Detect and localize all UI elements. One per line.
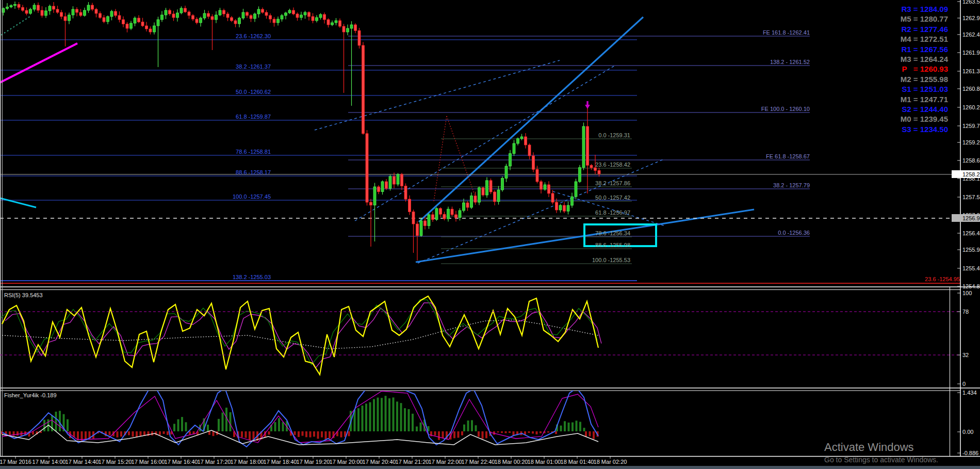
pivot-s2: S2 = 1244.40 (901, 104, 948, 114)
activate-windows-subtext: Go to Settings to activate Windows. (824, 456, 938, 464)
rsi-panel-area[interactable] (0, 290, 960, 388)
window-bottom-strip (0, 466, 980, 469)
pivot-m5: M5 = 1280.77 (901, 14, 948, 24)
chart-svg: 23.6 -1262.3038.2 -1261.3750.0 -1260.626… (0, 0, 980, 469)
trading-app-window: 23.6 -1262.3038.2 -1261.3750.0 -1260.626… (0, 0, 980, 469)
pivot-p: P = 1260.93 (901, 64, 948, 74)
time-axis-area[interactable] (0, 457, 960, 466)
pivot-m1: M1 = 1247.71 (901, 94, 948, 104)
pivot-m3: M3 = 1264.24 (901, 54, 948, 64)
pivot-r3: R3 = 1284.09 (901, 4, 948, 14)
pivot-m0: M0 = 1239.45 (901, 114, 948, 124)
pivot-r1: R1 = 1267.56 (901, 44, 948, 54)
pivot-m2: M2 = 1255.98 (901, 74, 948, 84)
rsi-indicator-label: RSI(5) 39.5453 (4, 292, 43, 298)
price-axis-area[interactable] (960, 0, 980, 456)
pivot-r2: R2 = 1277.46 (901, 24, 948, 34)
main-chart-area[interactable] (0, 0, 960, 287)
pivot-s3: S3 = 1234.50 (901, 124, 948, 134)
fisher-indicator-label: Fisher_Yur4ik -0.189 (4, 392, 57, 398)
pivot-s1: S1 = 1251.03 (901, 84, 948, 94)
fisher-panel-area[interactable] (0, 391, 960, 456)
pivot-m4: M4 = 1272.51 (901, 34, 948, 44)
activate-windows-watermark: Activate Windows (824, 441, 914, 454)
pivot-levels-panel: R3 = 1284.09 M5 = 1280.77 R2 = 1277.46 M… (901, 4, 948, 134)
